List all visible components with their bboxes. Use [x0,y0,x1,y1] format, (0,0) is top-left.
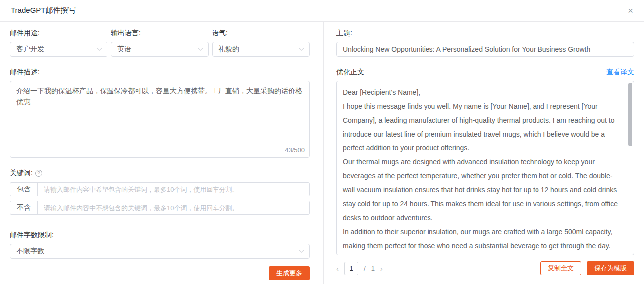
char-counter: 43/500 [285,146,305,154]
select-row: 邮件用途: 客户开发 输出语言: 英语 语气: 礼貌的 [10,29,310,57]
chevron-down-icon [198,45,203,50]
language-value: 英语 [117,45,131,54]
tone-field: 语气: 礼貌的 [212,29,310,57]
result-buttons: 复制全文 保存为模版 [540,261,634,275]
exclude-keywords-input[interactable] [38,201,309,214]
keywords-label: 关键词: [10,169,33,178]
email-body-paragraph: I hope this message finds you well. My n… [343,99,621,155]
chevron-down-icon [299,45,304,50]
copy-full-text-button[interactable]: 复制全文 [540,261,581,275]
body-label: 优化正文 [336,68,364,77]
tradegpt-email-modal: TradeGPT邮件撰写 × 邮件用途: 客户开发 输出语言: 英语 [0,0,644,284]
language-label: 输出语言: [111,29,209,38]
description-textarea[interactable]: 介绍一下我的保温杯产品，保温保冷都可以，容量大方便携带。工厂直销，大量采购的话价… [10,81,310,158]
generate-more-button[interactable]: 生成更多 [269,266,310,280]
word-limit-value: 不限字数 [16,247,44,256]
email-body-paragraph: In addition to their superior insulation… [343,225,621,255]
modal-title: TradeGPT邮件撰写 [11,6,75,15]
purpose-value: 客户开发 [16,45,44,54]
result-footer: ‹ 1 / 1 › 复制全文 保存为模版 [336,261,634,275]
purpose-select[interactable]: 客户开发 [10,42,107,57]
section-divider [0,224,323,224]
next-page-icon[interactable]: › [380,264,383,273]
prev-page-icon[interactable]: ‹ [336,264,339,273]
page-separator: / [364,265,366,272]
include-keywords-input[interactable] [38,183,309,196]
email-body-box[interactable]: Dear [Recipient's Name],I hope this mess… [336,81,634,255]
description-label: 邮件描述: [10,68,310,77]
close-icon[interactable]: × [628,6,633,15]
tone-select[interactable]: 礼貌的 [212,42,310,57]
chevron-down-icon [299,247,304,252]
total-pages: 1 [371,265,375,272]
description-field: 邮件描述: 介绍一下我的保温杯产品，保温保冷都可以，容量大方便携带。工厂直销，大… [10,68,310,158]
subject-input[interactable] [336,42,634,57]
tone-value: 礼貌的 [218,45,239,54]
purpose-label: 邮件用途: [10,29,107,38]
subject-label: 主题: [336,29,634,38]
email-body-paragraph: Our thermal mugs are designed with advan… [343,155,621,225]
scrollbar-thumb[interactable] [628,83,632,146]
language-select[interactable]: 英语 [111,42,209,57]
language-field: 输出语言: 英语 [111,29,209,57]
result-panel: 主题: 优化正文 查看译文 Dear [Recipient's Name],I … [323,22,644,284]
generate-row: 生成更多 [10,266,310,280]
modal-content: 邮件用途: 客户开发 输出语言: 英语 语气: 礼貌的 [0,22,644,284]
exclude-label: 不含 [10,201,38,214]
current-page[interactable]: 1 [344,262,358,275]
view-translation-link[interactable]: 查看译文 [606,68,634,77]
pagination: ‹ 1 / 1 › [336,262,383,275]
tone-label: 语气: [212,29,310,38]
modal-header: TradeGPT邮件撰写 × [0,0,644,22]
word-limit-label: 邮件字数限制: [10,231,310,240]
compose-form-panel: 邮件用途: 客户开发 输出语言: 英语 语气: 礼貌的 [0,22,323,284]
help-icon[interactable]: ? [35,170,42,177]
body-header: 优化正文 查看译文 [336,68,634,77]
keywords-field: 关键词: ? [10,169,310,178]
word-limit-select[interactable]: 不限字数 [10,244,310,259]
exclude-keywords-row: 不含 [10,201,310,215]
purpose-field: 邮件用途: 客户开发 [10,29,107,57]
email-body-paragraph: Dear [Recipient's Name], [343,85,621,99]
include-keywords-row: 包含 [10,182,310,196]
save-as-template-button[interactable]: 保存为模版 [587,261,634,275]
include-label: 包含 [10,183,38,196]
chevron-down-icon [97,45,102,50]
description-wrap: 介绍一下我的保温杯产品，保温保冷都可以，容量大方便携带。工厂直销，大量采购的话价… [10,81,310,158]
